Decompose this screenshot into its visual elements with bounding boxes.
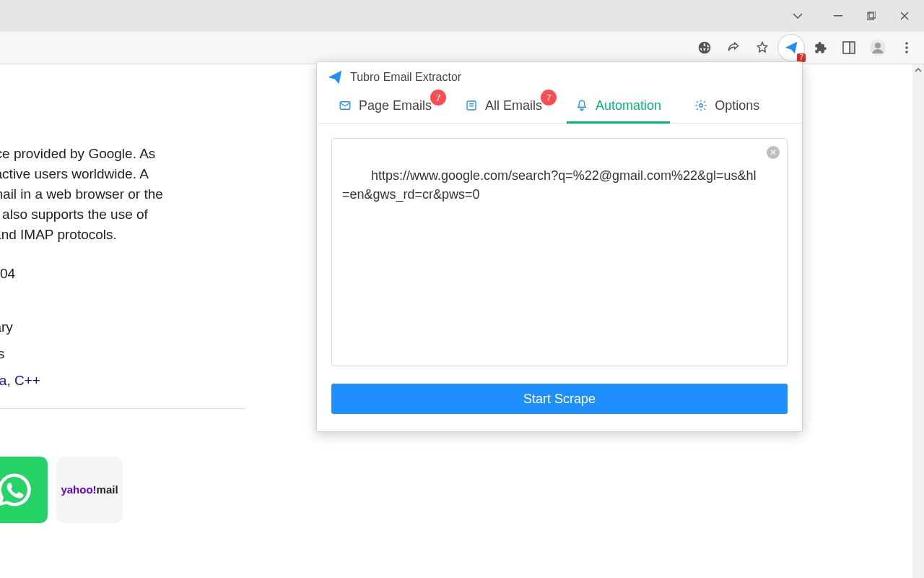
tab-options[interactable]: Options	[686, 88, 768, 123]
tab-all-emails[interactable]: All Emails 7	[456, 88, 551, 123]
also-search-heading: so search for	[0, 422, 245, 442]
description-text: ree email service provided by Google. As…	[0, 144, 245, 245]
bell-icon	[575, 99, 588, 112]
tab-label: Page Emails	[359, 98, 432, 113]
lang-java-link[interactable]: Java	[0, 373, 6, 388]
chevron-down-icon[interactable]	[780, 0, 816, 32]
related-card[interactable]	[0, 457, 48, 523]
extension-popup: Tubro Email Extractor Page Emails 7 All …	[316, 61, 803, 432]
tab-label: Automation	[596, 98, 661, 113]
window-titlebar	[0, 0, 924, 32]
tab-label: All Emails	[485, 98, 542, 113]
svg-rect-4	[850, 42, 855, 53]
kebab-menu-icon[interactable]	[894, 35, 920, 61]
panel-toggle-icon[interactable]	[836, 35, 862, 61]
svg-rect-0	[834, 15, 842, 17]
svg-point-9	[905, 46, 908, 49]
paper-plane-icon	[327, 69, 343, 85]
gear-icon	[694, 99, 707, 112]
knowledge-panel: Gmail Website ⋮ ree email service provid…	[0, 79, 245, 523]
tab-badge: 7	[430, 90, 446, 105]
mail-icon	[339, 99, 352, 112]
scroll-up-arrow-icon[interactable]	[912, 64, 924, 76]
lang-cpp-link[interactable]: C++	[14, 373, 40, 388]
tab-badge: 7	[541, 90, 557, 105]
url-value: https://www.google.com/search?q=%22@gmai…	[342, 168, 757, 202]
profile-avatar-icon[interactable]	[865, 35, 891, 61]
minimize-button[interactable]	[821, 0, 855, 32]
page-title: Gmail	[0, 79, 245, 99]
svg-point-10	[905, 51, 908, 53]
svg-rect-12	[467, 101, 476, 110]
popup-title: Tubro Email Extractor	[350, 71, 461, 84]
browser-toolbar: 7	[0, 32, 924, 64]
svg-point-15	[699, 104, 703, 108]
tab-label: Options	[715, 98, 759, 113]
share-icon[interactable]	[720, 35, 746, 61]
translate-icon[interactable]	[692, 35, 718, 61]
bookmark-star-icon[interactable]	[749, 35, 775, 61]
maximize-button[interactable]	[855, 0, 888, 32]
related-card[interactable]: yahoo!mail	[56, 457, 123, 523]
url-textarea[interactable]: https://www.google.com/search?q=%22@gmai…	[331, 138, 788, 366]
start-scrape-button[interactable]: Start Scrape	[331, 384, 788, 414]
clear-input-icon[interactable]: ✕	[767, 146, 780, 159]
tab-automation[interactable]: Automation	[567, 88, 670, 123]
vertical-scrollbar[interactable]	[912, 64, 924, 578]
popup-tabs: Page Emails 7 All Emails 7 Automation	[317, 88, 802, 124]
list-icon	[465, 99, 478, 112]
tab-page-emails[interactable]: Page Emails 7	[330, 88, 440, 123]
svg-point-8	[905, 42, 908, 45]
close-button[interactable]	[888, 0, 921, 32]
extensions-puzzle-icon[interactable]	[807, 35, 833, 61]
svg-point-7	[875, 43, 881, 48]
